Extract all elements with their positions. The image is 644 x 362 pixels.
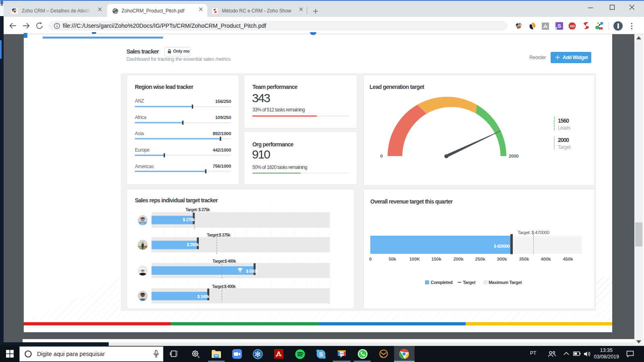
svg-text:S: S [557,23,561,29]
svg-text:s: s [198,355,200,359]
svg-text:S: S [319,351,323,358]
svg-text:AD: AD [570,24,574,28]
